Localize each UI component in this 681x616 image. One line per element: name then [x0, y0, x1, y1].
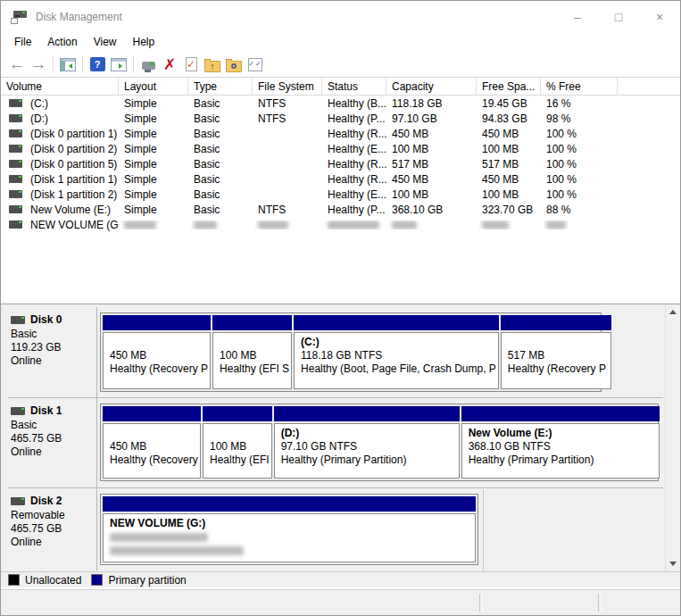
back-arrow-icon: ←: [9, 54, 26, 74]
toolbar-button[interactable]: [223, 54, 245, 75]
delete-volume-icon: ✗: [163, 55, 176, 74]
volume-row[interactable]: (Disk 0 partition 1)SimpleBasicHealthy (…: [1, 126, 680, 141]
cell-status: Healthy (B...: [322, 97, 386, 110]
legend-swatch-unallocated: [8, 574, 20, 586]
cell-capacity: [386, 221, 477, 229]
partition-line: [220, 336, 289, 349]
toolbar-separator: [53, 55, 54, 73]
toolbar-button[interactable]: ✗: [159, 54, 180, 75]
close-button[interactable]: ×: [639, 1, 680, 32]
redacted-value: [110, 546, 244, 555]
menu-item-file[interactable]: File: [6, 33, 39, 51]
volume-row[interactable]: (Disk 0 partition 2)SimpleBasicHealthy (…: [1, 141, 680, 156]
partition-info: 100 MBHealthy (EFI: [203, 423, 272, 479]
disk-row-1: Disk 1Basic465.75 GBOnline450 MBHealthy …: [8, 398, 663, 488]
disk-name: Disk 1: [11, 404, 96, 417]
volume-row[interactable]: (Disk 1 partition 1)SimpleBasicHealthy (…: [1, 171, 680, 187]
minimize-button[interactable]: –: [557, 1, 598, 32]
cell-percent_free: 98 %: [541, 112, 618, 125]
cell-layout: Simple: [119, 143, 188, 155]
column-header-type[interactable]: Type: [188, 78, 253, 95]
cell-free_space: [477, 221, 541, 229]
column-header-layout[interactable]: Layout: [119, 78, 188, 95]
volume-row[interactable]: New Volume (E:)SimpleBasicNTFSHealthy (P…: [1, 202, 680, 217]
legend-bar: UnallocatedPrimary partition: [1, 571, 680, 587]
menu-item-help[interactable]: Help: [125, 33, 163, 51]
cell-volume: (Disk 0 partition 5): [1, 158, 119, 171]
open-folder-icon: ↑: [204, 61, 220, 72]
legend-label-unallocated: Unallocated: [25, 574, 81, 587]
statusbar-separator: [598, 594, 602, 612]
toolbar-button[interactable]: ↑: [202, 54, 223, 75]
volume-name: NEW VOLUME (G:): [30, 219, 119, 231]
toolbar-button[interactable]: ←: [6, 54, 28, 75]
partition-line: Healthy (EFI S: [220, 362, 289, 376]
cell-free_space: 100 MB: [477, 188, 541, 201]
toolbar-button[interactable]: [57, 54, 79, 75]
volume-row[interactable]: NEW VOLUME (G:): [1, 217, 680, 232]
partition[interactable]: (C:)118.18 GB NTFSHealthy (Boot, Page Fi…: [294, 315, 499, 389]
window-controls: –□×: [557, 1, 680, 32]
disk-state: Online: [11, 536, 96, 549]
partition-info: (D:)97.10 GB NTFSHealthy (Primary Partit…: [274, 423, 460, 479]
volume-row[interactable]: (Disk 1 partition 2)SimpleBasicHealthy (…: [1, 187, 680, 202]
volume-icon: [9, 190, 22, 198]
column-header-filler: [618, 78, 680, 95]
column-header-status[interactable]: Status: [322, 78, 386, 95]
partition-line: 450 MB: [110, 349, 208, 362]
cell-type: Basic: [188, 128, 253, 140]
partition[interactable]: 450 MBHealthy (Recovery: [103, 406, 201, 479]
partition-line: 368.10 GB NTFS: [469, 440, 657, 454]
disk-rows: Disk 0Basic119.23 GBOnline450 MBHealthy …: [8, 307, 663, 570]
partition[interactable]: 450 MBHealthy (Recovery P: [103, 315, 211, 389]
cell-percent_free: 88 %: [541, 204, 618, 216]
partition-line: 100 MB: [220, 349, 289, 362]
column-header-volume[interactable]: Volume: [1, 78, 119, 95]
volume-list-pane: VolumeLayoutTypeFile SystemStatusCapacit…: [1, 78, 680, 304]
partition-line: (C:): [301, 336, 496, 349]
menu-item-action[interactable]: Action: [39, 33, 85, 51]
cell-type: Basic: [188, 143, 253, 155]
volume-row[interactable]: (D:)SimpleBasicNTFSHealthy (P...97.10 GB…: [1, 111, 680, 126]
volume-name: (D:): [30, 112, 48, 125]
partition[interactable]: (D:)97.10 GB NTFSHealthy (Primary Partit…: [274, 406, 460, 479]
cell-layout: Simple: [119, 188, 188, 201]
cell-layout: Simple: [119, 128, 188, 140]
partition[interactable]: NEW VOLUME (G:): [103, 496, 476, 562]
partition[interactable]: 517 MBHealthy (Recovery P: [501, 315, 611, 389]
column-header-file-system[interactable]: File System: [253, 78, 322, 95]
scrollbar-down-arrow-icon[interactable]: [666, 556, 680, 571]
toolbar-button[interactable]: [137, 54, 159, 75]
column-header-capacity[interactable]: Capacity: [386, 78, 477, 95]
partition[interactable]: 100 MBHealthy (EFI S: [212, 315, 292, 389]
disk-type: Basic: [11, 419, 96, 432]
toolbar-button[interactable]: →: [28, 54, 49, 75]
cell-type: Basic: [188, 188, 253, 201]
partition[interactable]: 100 MBHealthy (EFI: [203, 406, 272, 479]
show-console-tree-icon: [60, 58, 76, 71]
volume-row[interactable]: (C:)SimpleBasicNTFSHealthy (B...118.18 G…: [1, 96, 680, 111]
disk-label-disk-0[interactable]: Disk 0Basic119.23 GBOnline: [8, 307, 97, 397]
partition-line-redacted: [110, 544, 473, 557]
column-header-free-spa[interactable]: Free Spa...: [477, 78, 541, 95]
column-header-free[interactable]: % Free: [541, 78, 618, 95]
partition-line: Healthy (Boot, Page File, Crash Dump, P: [301, 362, 496, 376]
toolbar-button[interactable]: ✓: [180, 54, 202, 75]
partition[interactable]: New Volume (E:)368.10 GB NTFSHealthy (Pr…: [461, 406, 660, 479]
disk-label-disk-1[interactable]: Disk 1Basic465.75 GBOnline: [8, 398, 97, 487]
toolbar-button[interactable]: [108, 54, 129, 75]
volume-row[interactable]: (Disk 0 partition 5)SimpleBasicHealthy (…: [1, 156, 680, 171]
partition-header-bar: [294, 315, 499, 330]
cell-status: Healthy (E...: [322, 188, 386, 201]
partition-line: 97.10 GB NTFS: [281, 440, 457, 454]
disk-label-disk-2[interactable]: Disk 2Removable465.75 GBOnline: [8, 488, 97, 570]
toolbar-button[interactable]: ?: [87, 54, 108, 75]
vertical-scrollbar[interactable]: [665, 304, 680, 571]
disk-name: Disk 2: [11, 495, 96, 507]
partition-header-bar: [103, 406, 201, 421]
menu-item-view[interactable]: View: [86, 33, 125, 51]
maximize-button[interactable]: □: [598, 1, 639, 32]
toolbar-button[interactable]: ✓✓: [245, 54, 266, 75]
partition-line: 118.18 GB NTFS: [301, 349, 496, 362]
scrollbar-up-arrow-icon[interactable]: [666, 304, 680, 320]
